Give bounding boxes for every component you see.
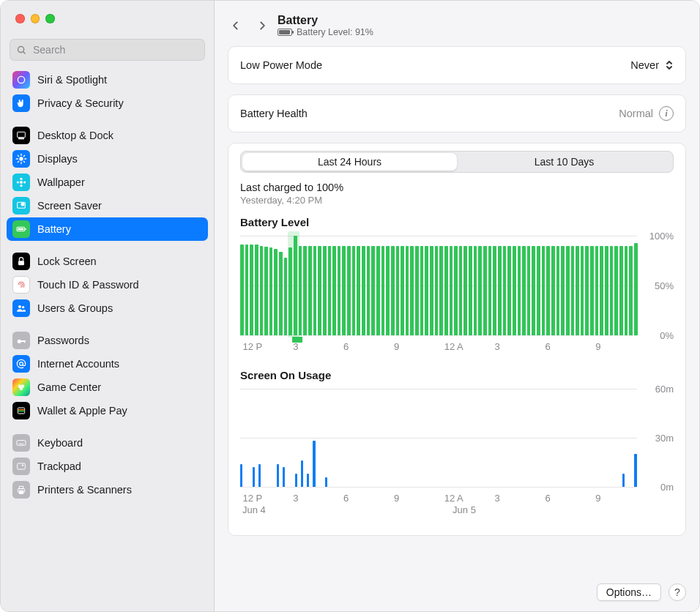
info-icon[interactable]: i bbox=[659, 106, 674, 121]
battery-level-bar bbox=[581, 246, 584, 335]
sidebar-item-lock-screen[interactable]: Lock Screen bbox=[7, 250, 208, 273]
x-tick: 6 bbox=[545, 341, 550, 352]
sidebar-item-desktop-dock[interactable]: Desktop & Dock bbox=[7, 124, 208, 147]
close-window-button[interactable] bbox=[15, 14, 25, 23]
battery-level-chart-title: Battery Level bbox=[240, 216, 674, 228]
battery-level-bar bbox=[245, 245, 249, 335]
page-subtitle: Battery Level: 91% bbox=[278, 27, 373, 37]
fullscreen-window-button[interactable] bbox=[45, 14, 55, 23]
sidebar-list[interactable]: Siri & SpotlightPrivacy & SecurityDeskto… bbox=[1, 65, 214, 611]
battery-icon bbox=[278, 29, 292, 36]
battery-level-bar bbox=[619, 246, 623, 335]
svg-rect-37 bbox=[17, 441, 26, 446]
options-button[interactable]: Options… bbox=[597, 583, 661, 601]
battery-level-bar bbox=[561, 246, 565, 335]
x-tick: 9 bbox=[394, 341, 399, 352]
svg-point-33 bbox=[20, 387, 23, 391]
x-tick: 9 bbox=[394, 493, 399, 504]
battery-level-bar bbox=[576, 246, 579, 335]
sidebar-item-label: Displays bbox=[37, 153, 202, 165]
sidebar-item-printers-scanners[interactable]: Printers & Scanners bbox=[7, 478, 208, 501]
battery-level-bar bbox=[478, 246, 482, 335]
svg-rect-24 bbox=[18, 261, 24, 265]
window-controls bbox=[1, 1, 214, 39]
siri-icon bbox=[12, 71, 30, 89]
search-field[interactable] bbox=[10, 39, 205, 61]
x-tick: 6 bbox=[343, 493, 349, 504]
battery-level-plot: 12 P36912 A369 bbox=[240, 231, 637, 356]
battery-level-bar bbox=[469, 246, 472, 335]
screen-on-bar bbox=[283, 467, 285, 487]
battery-level-bar bbox=[527, 246, 531, 335]
forward-button[interactable] bbox=[257, 20, 267, 31]
battery-level-bar bbox=[629, 246, 633, 335]
sidebar-item-siri-spotlight[interactable]: Siri & Spotlight bbox=[7, 68, 208, 92]
sidebar-item-keyboard[interactable]: Keyboard bbox=[7, 431, 208, 455]
battery-level-bar bbox=[454, 246, 458, 335]
svg-point-18 bbox=[23, 181, 26, 183]
battery-level-bar bbox=[323, 246, 327, 335]
sidebar-item-trackpad[interactable]: Trackpad bbox=[7, 455, 208, 478]
tab-last-10-days[interactable]: Last 10 Days bbox=[457, 153, 671, 171]
battery-level-bar bbox=[367, 246, 371, 335]
sidebar-item-label: Wallet & Apple Pay bbox=[37, 405, 202, 417]
battery-level-bar bbox=[313, 246, 317, 335]
sidebar-item-label: Game Center bbox=[37, 381, 202, 393]
battery-level-bar bbox=[425, 246, 428, 335]
screen-on-bar bbox=[622, 474, 625, 487]
sidebar-item-label: Lock Screen bbox=[37, 255, 202, 267]
sidebar-item-displays[interactable]: Displays bbox=[7, 147, 208, 171]
battery-level-bar bbox=[585, 246, 589, 335]
battery-level-bar bbox=[401, 246, 404, 335]
sidebar-item-privacy-security[interactable]: Privacy & Security bbox=[7, 92, 208, 115]
sidebar-item-internet-accounts[interactable]: Internet Accounts bbox=[7, 352, 208, 376]
battery-level-bar bbox=[614, 246, 618, 335]
svg-point-20 bbox=[21, 203, 24, 206]
svg-point-30 bbox=[20, 362, 23, 366]
sidebar-item-wallet-apple-pay[interactable]: Wallet & Apple Pay bbox=[7, 399, 208, 422]
battery-level-bar bbox=[386, 246, 390, 335]
battery-level-bar bbox=[308, 246, 312, 335]
battery-level-bar bbox=[488, 246, 492, 335]
heading-block: Battery Battery Level: 91% bbox=[278, 14, 373, 37]
screen-on-bar bbox=[307, 474, 309, 487]
battery-level-bar bbox=[625, 246, 628, 335]
svg-point-2 bbox=[18, 76, 24, 83]
printer-icon bbox=[12, 481, 30, 499]
battery-level-bar bbox=[532, 246, 535, 335]
hand-icon bbox=[12, 94, 30, 112]
low-power-row[interactable]: Low Power Mode Never bbox=[240, 47, 674, 83]
battery-level-bar bbox=[332, 246, 336, 335]
svg-point-5 bbox=[19, 157, 23, 160]
battery-level-bar bbox=[595, 246, 599, 335]
battery-level-bar bbox=[503, 246, 507, 335]
sidebar-item-screen-saver[interactable]: Screen Saver bbox=[7, 194, 208, 217]
date-label: Jun 5 bbox=[453, 504, 476, 515]
sidebar-item-label: Internet Accounts bbox=[37, 358, 202, 370]
sidebar-item-game-center[interactable]: Game Center bbox=[7, 376, 208, 399]
nav-arrows bbox=[228, 20, 267, 31]
at-icon bbox=[12, 355, 30, 373]
tab-last-24-hours[interactable]: Last 24 Hours bbox=[242, 153, 457, 171]
sidebar-item-users-groups[interactable]: Users & Groups bbox=[7, 296, 208, 320]
x-tick: 12 P bbox=[242, 493, 262, 504]
help-button[interactable]: ? bbox=[669, 583, 686, 601]
sidebar-item-wallpaper[interactable]: Wallpaper bbox=[7, 171, 208, 194]
back-button[interactable] bbox=[231, 20, 241, 31]
low-power-card: Low Power Mode Never bbox=[228, 46, 686, 84]
minimize-window-button[interactable] bbox=[31, 14, 40, 23]
svg-point-40 bbox=[22, 465, 23, 466]
screen-on-bar bbox=[295, 474, 297, 487]
search-input[interactable] bbox=[31, 43, 198, 56]
svg-rect-39 bbox=[18, 463, 26, 469]
sidebar-item-battery[interactable]: Battery bbox=[7, 217, 208, 241]
battery-level-chart-section: Battery Level 12 P36912 A369 bbox=[240, 216, 674, 356]
sidebar-item-touch-id-password[interactable]: Touch ID & Password bbox=[7, 273, 208, 296]
low-power-popup[interactable]: Never bbox=[630, 59, 674, 72]
battery-health-value: Normal bbox=[619, 108, 653, 119]
fingerprint-icon bbox=[12, 276, 30, 294]
sidebar-item-passwords[interactable]: Passwords bbox=[7, 329, 208, 352]
screen-on-chart: 12 P36912 A369 60m 30m 0m bbox=[240, 384, 674, 507]
battery-level-bar bbox=[288, 247, 292, 335]
x-tick: 12 P bbox=[242, 341, 262, 352]
